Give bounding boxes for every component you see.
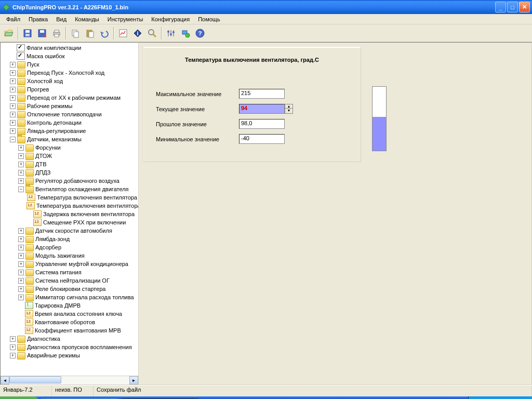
spin-up-icon[interactable]: ▲ — [285, 104, 292, 109]
tree-item[interactable]: +Переход от XX к рабочим режимам — [2, 94, 137, 102]
menu-file[interactable]: Файл — [2, 15, 24, 23]
system-tray[interactable]: RU ◐ 🔊 🖧 19:22 — [468, 396, 532, 399]
tree-item[interactable]: Коэффициент квантования МРВ — [2, 326, 137, 335]
expander-icon[interactable]: + — [18, 162, 24, 167]
tree-item[interactable]: +Датчик скорости автомобиля — [2, 227, 137, 235]
maximize-button[interactable]: □ — [507, 2, 518, 12]
search-button[interactable] — [145, 26, 159, 40]
tree-item[interactable]: Задержка включения вентилятора — [2, 210, 137, 218]
expander-icon[interactable]: + — [18, 245, 24, 250]
spinner-buttons[interactable]: ▲▼ — [285, 104, 293, 114]
tree-item[interactable]: Температура включения вентилятора — [2, 193, 137, 202]
tree-item[interactable]: −Датчики, механизмы — [2, 135, 137, 143]
expander-icon[interactable]: + — [10, 87, 16, 92]
tree-item[interactable]: +Реле блокировки стартера — [2, 285, 137, 293]
expander-icon[interactable]: + — [18, 278, 24, 284]
tree-item[interactable]: +Иммитатор сигнала расхода топлива — [2, 293, 137, 301]
tree-item[interactable]: +ДТОЖ — [2, 152, 137, 160]
spin-down-icon[interactable]: ▼ — [285, 109, 292, 113]
tree-item[interactable]: Смещение РХХ при включении — [2, 218, 137, 227]
expander-icon[interactable]: + — [18, 145, 24, 151]
expander-icon[interactable]: + — [10, 95, 16, 101]
current-value-input[interactable]: 94 — [239, 104, 285, 114]
menu-tools[interactable]: Инструменты — [103, 15, 148, 23]
tree-item[interactable]: +Пуск — [2, 60, 137, 69]
expander-icon[interactable]: + — [10, 353, 16, 358]
expander-icon[interactable]: + — [10, 120, 16, 126]
tree-item[interactable]: +Прогрев — [2, 85, 137, 94]
menu-edit[interactable]: Правка — [24, 15, 52, 23]
menu-help[interactable]: Помощь — [194, 15, 224, 23]
tree-item[interactable]: +Лямбда-зонд — [2, 235, 137, 243]
expander-icon[interactable]: + — [10, 344, 16, 350]
tree-item[interactable]: +Холостой ход — [2, 77, 137, 85]
tree-item[interactable]: Время анализа состояния ключа — [2, 310, 137, 318]
horizontal-scrollbar[interactable]: ◄ ► — [1, 376, 138, 384]
info-button[interactable]: i — [131, 26, 144, 40]
menu-config[interactable]: Конфигурация — [147, 15, 194, 23]
expander-icon[interactable]: + — [18, 253, 24, 259]
tree-item[interactable]: +ДПДЗ — [2, 168, 137, 177]
tree-item[interactable]: Квантование оборотов — [2, 318, 137, 326]
scroll-left-button[interactable]: ◄ — [1, 376, 9, 384]
expander-icon[interactable]: + — [10, 128, 16, 134]
tree-item[interactable]: +Аварийные режимы — [2, 351, 137, 360]
expander-icon[interactable]: + — [10, 103, 16, 109]
start-button[interactable]: пуск — [0, 396, 39, 399]
expander-icon[interactable]: + — [10, 70, 16, 76]
settings-button[interactable] — [164, 26, 178, 40]
tree-item[interactable]: −Вентилятор охлаждения двигателя — [2, 185, 137, 193]
close-button[interactable]: ✕ — [519, 2, 530, 12]
expander-icon[interactable]: + — [18, 178, 24, 184]
minimize-button[interactable]: _ — [495, 2, 506, 12]
menu-cmds[interactable]: Команды — [71, 15, 103, 23]
tree-item[interactable]: Тарировка ДМРВ — [2, 301, 137, 310]
tree-item[interactable]: +Контроль детонации — [2, 118, 137, 127]
tree-item[interactable]: +Переход Пуск - Холостой ход — [2, 69, 137, 77]
save-as-button[interactable] — [35, 26, 49, 40]
expander-icon[interactable]: + — [10, 336, 16, 342]
chart-button[interactable] — [116, 26, 130, 40]
scroll-thumb[interactable] — [9, 376, 61, 383]
save-button[interactable] — [21, 26, 34, 40]
expander-icon[interactable]: − — [18, 187, 24, 192]
expander-icon[interactable]: + — [18, 270, 24, 275]
expander-icon[interactable]: + — [18, 170, 24, 176]
tree-item[interactable]: +Модуль зажигания — [2, 251, 137, 260]
tree-item[interactable]: +Форсунки — [2, 143, 137, 152]
expander-icon[interactable]: + — [18, 236, 24, 242]
paste-button[interactable] — [83, 26, 97, 40]
expander-icon[interactable]: + — [18, 153, 24, 159]
tree-item[interactable]: +Лямда-регулирование — [2, 127, 137, 135]
scroll-right-button[interactable]: ► — [129, 376, 138, 384]
tree-item[interactable]: Температура выключения вентилятора — [2, 202, 137, 210]
expander-icon[interactable]: + — [10, 112, 16, 117]
menu-view[interactable]: Вид — [52, 15, 71, 23]
tree-item[interactable]: +Отключение топливоподачи — [2, 110, 137, 118]
network-button[interactable] — [179, 26, 192, 40]
open-button[interactable] — [2, 26, 16, 40]
tree-panel[interactable]: Флаги комплектации Маска ошибок +Пуск +П… — [0, 42, 139, 385]
tree-item[interactable]: +Система питания — [2, 268, 137, 276]
tree-item[interactable]: +Адсорбер — [2, 243, 137, 251]
tree-item[interactable]: +ДТВ — [2, 160, 137, 168]
tree-item[interactable]: +Диагностика — [2, 335, 137, 343]
tree-item[interactable]: +Рабочие режимы — [2, 102, 137, 110]
expander-icon[interactable]: + — [18, 295, 24, 300]
tree-item[interactable]: +Система нейтрализации ОГ — [2, 276, 137, 285]
expander-icon[interactable]: + — [10, 78, 16, 84]
help-button[interactable]: ? — [193, 26, 207, 40]
tree-item[interactable]: Маска ошибок — [2, 52, 137, 60]
expander-icon[interactable]: + — [10, 62, 16, 68]
print-button[interactable] — [50, 26, 63, 40]
tree-item[interactable]: +Регулятор добавочного воздуха — [2, 177, 137, 185]
expander-icon[interactable]: − — [10, 137, 16, 142]
tree-item[interactable]: Флаги комплектации — [2, 44, 137, 52]
expander-icon[interactable]: + — [18, 286, 24, 292]
tree-item[interactable]: +Управление муфтой кондиционера — [2, 260, 137, 268]
expander-icon[interactable]: + — [18, 261, 24, 267]
undo-button[interactable] — [98, 26, 111, 40]
expander-icon[interactable]: + — [18, 228, 24, 234]
copy-button[interactable] — [69, 26, 82, 40]
tree-item[interactable]: +Диагностика пропусков воспламенения — [2, 343, 137, 351]
